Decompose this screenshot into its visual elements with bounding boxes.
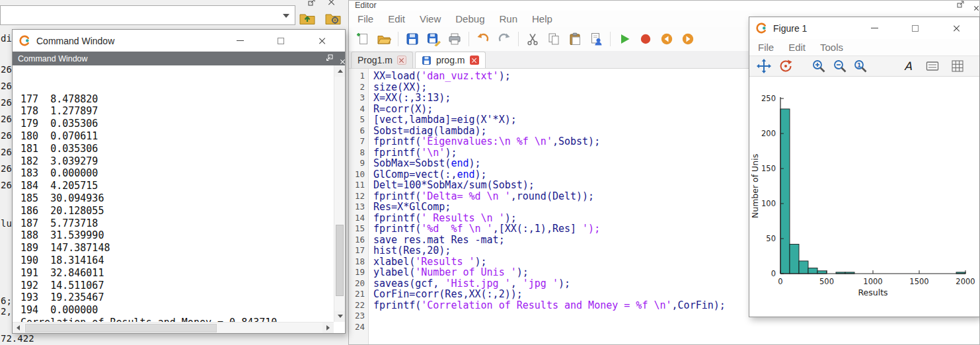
pan-icon xyxy=(757,59,771,73)
insert-legend-button[interactable] xyxy=(923,58,942,75)
editor-undock-button[interactable] xyxy=(957,1,964,10)
copy-icon xyxy=(547,32,560,46)
minimize-button[interactable] xyxy=(226,32,254,50)
figure-menu-tools[interactable]: Tools xyxy=(813,42,850,53)
zoom-reset-button[interactable]: 1 xyxy=(851,58,870,75)
tab-label: prog.m xyxy=(436,55,465,65)
histogram-bar xyxy=(817,271,827,274)
folder-settings-button[interactable] xyxy=(323,9,343,27)
editor-menu-view[interactable]: View xyxy=(412,13,448,24)
minimize-icon xyxy=(237,40,244,42)
open-button[interactable] xyxy=(374,30,394,48)
background-dropdown[interactable] xyxy=(0,5,295,25)
run-button[interactable] xyxy=(615,30,634,48)
histogram-bar xyxy=(808,268,817,274)
line-number: 8 xyxy=(349,147,365,159)
save-button[interactable] xyxy=(402,30,422,48)
chevron-down-icon xyxy=(283,14,289,18)
figure-menu-edit[interactable]: Edit xyxy=(781,42,813,53)
step-forward-button[interactable] xyxy=(678,30,698,48)
scroll-down-button[interactable] xyxy=(334,311,345,322)
line-number: 11 xyxy=(349,180,365,191)
editor-menu-run[interactable]: Run xyxy=(492,13,525,24)
background-text-fragment: 26 xyxy=(1,64,12,75)
print-button[interactable] xyxy=(445,30,465,48)
cut-button[interactable] xyxy=(523,30,543,48)
editor-menu-help[interactable]: Help xyxy=(525,13,560,24)
tab-prog1-m[interactable]: Prog1.m xyxy=(351,52,413,68)
dock-icon xyxy=(326,54,333,61)
arrow-up-icon xyxy=(338,69,343,73)
save-as-button[interactable] xyxy=(424,30,443,48)
matlab-desktop: di2626262626262626lu6;2,72.422 Editor Fi… xyxy=(0,0,980,345)
code-line xyxy=(373,322,979,333)
undock-button[interactable] xyxy=(307,0,316,6)
zoom-in-button[interactable] xyxy=(810,58,828,75)
save-icon xyxy=(406,32,419,46)
grid-button[interactable] xyxy=(948,58,967,75)
output-line: 189 147.387148 xyxy=(20,242,277,254)
background-text-fragment: lu xyxy=(1,218,12,229)
tab-close-button[interactable] xyxy=(397,56,406,65)
tab-prog-m[interactable]: prog.m xyxy=(415,52,486,68)
output-line: 182 3.039279 xyxy=(20,155,277,168)
editor-titlebar: Editor xyxy=(349,1,979,11)
editor-menu-file[interactable]: File xyxy=(350,13,381,24)
line-number: 23 xyxy=(349,311,365,322)
breakpoint-button[interactable] xyxy=(636,30,656,48)
x-tick-label: 1000 xyxy=(863,277,882,286)
undo-button[interactable] xyxy=(473,30,493,48)
figure-menu-file[interactable]: File xyxy=(751,42,781,53)
dock-button[interactable] xyxy=(326,54,333,63)
save-as-icon xyxy=(427,32,441,46)
scroll-right-button[interactable] xyxy=(322,323,334,334)
copy-button[interactable] xyxy=(544,30,564,48)
minimize-button[interactable] xyxy=(860,20,888,37)
output-line: 192 14.511067 xyxy=(20,280,277,292)
redo-button[interactable] xyxy=(494,30,514,48)
maximize-button[interactable] xyxy=(267,32,295,50)
output-line: 178 1.277897 xyxy=(20,105,277,118)
editor-menu-edit[interactable]: Edit xyxy=(381,13,412,24)
browse-up-folder-button[interactable] xyxy=(297,9,317,27)
scroll-up-button[interactable] xyxy=(334,65,345,77)
output-line: 188 31.539990 xyxy=(20,229,277,242)
scroll-left-button[interactable] xyxy=(13,323,24,334)
command-window-body: 177 8.478820178 1.277897179 0.035306180 … xyxy=(13,65,345,333)
folder-gear-icon xyxy=(325,11,341,25)
close-button[interactable] xyxy=(326,0,336,6)
line-number: 20 xyxy=(349,278,365,289)
output-line: 191 32.846011 xyxy=(20,267,277,280)
line-number: 2 xyxy=(349,82,365,93)
vertical-scrollbar[interactable] xyxy=(334,65,345,322)
zoom-out-button[interactable] xyxy=(831,58,849,75)
line-number: 21 xyxy=(349,289,365,300)
insert-text-button[interactable]: A xyxy=(899,58,917,75)
paste-button[interactable] xyxy=(565,30,585,48)
background-text-fragment: 2, xyxy=(1,306,12,317)
step-back-button[interactable] xyxy=(657,30,677,48)
editor-menu-debug[interactable]: Debug xyxy=(448,13,492,24)
command-window-output[interactable]: 177 8.478820178 1.277897179 0.035306180 … xyxy=(20,93,277,329)
pan-button[interactable] xyxy=(755,58,773,75)
svg-text:1: 1 xyxy=(857,61,862,69)
rotate-3d-button[interactable] xyxy=(776,58,795,75)
paste-icon xyxy=(568,32,582,46)
maximize-icon xyxy=(912,25,919,32)
horizontal-scrollbar-thumb[interactable] xyxy=(25,324,217,332)
tab-close-button[interactable] xyxy=(470,56,479,65)
maximize-button[interactable] xyxy=(901,20,929,37)
y-axis-label: Number of Unis xyxy=(750,154,760,218)
vertical-scrollbar-thumb[interactable] xyxy=(336,225,344,297)
app-logo-icon xyxy=(756,22,767,34)
find-button[interactable] xyxy=(586,30,606,48)
close-button[interactable] xyxy=(308,32,336,50)
output-line: 180 0.070611 xyxy=(20,130,277,143)
line-number: 9 xyxy=(349,158,365,169)
folder-up-icon xyxy=(299,11,315,25)
new-script-button[interactable] xyxy=(353,30,373,48)
editor-gutter: 123456789101112131415161718192021222324 xyxy=(349,69,369,344)
horizontal-scrollbar[interactable] xyxy=(13,322,334,333)
close-button[interactable] xyxy=(942,20,970,37)
line-number: 17 xyxy=(349,245,365,256)
